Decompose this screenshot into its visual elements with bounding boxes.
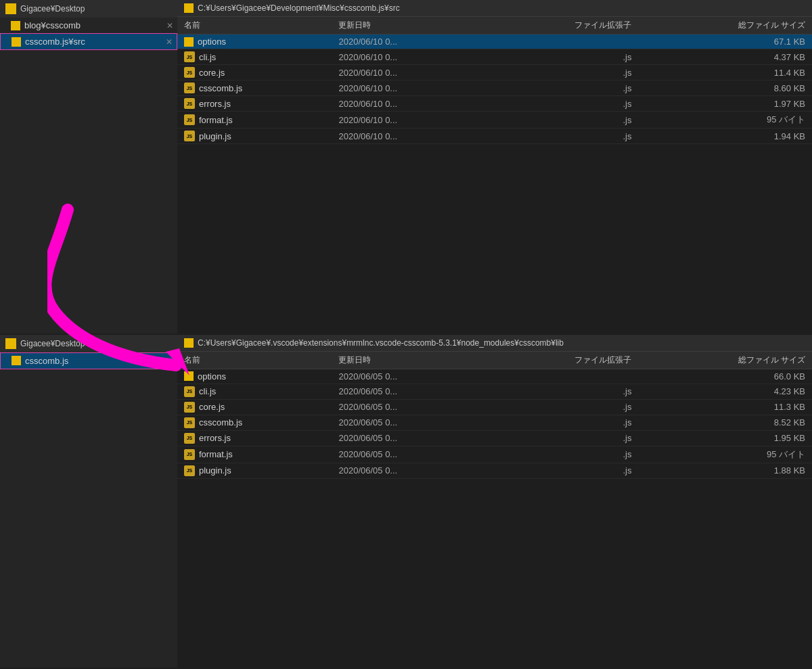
file-size: 8.52 KB bbox=[638, 415, 812, 430]
col-date: 更新日時 bbox=[332, 352, 487, 369]
file-date: 2020/06/05 0... bbox=[332, 384, 487, 399]
file-date: 2020/06/10 0... bbox=[332, 129, 487, 144]
sidebar-top-header: Gigacee¥Desktop bbox=[0, 0, 177, 18]
file-ext: .js bbox=[487, 112, 639, 129]
file-name: errors.js bbox=[199, 99, 231, 109]
bottom-pane-path: C:¥Users¥Gigacee¥.vscode¥extensions¥mrml… bbox=[198, 338, 564, 348]
file-date: 2020/06/10 0... bbox=[332, 80, 487, 96]
table-row[interactable]: core.js2020/06/05 0....js11.3 KB bbox=[177, 399, 812, 415]
file-name: cli.js bbox=[199, 52, 216, 62]
file-date: 2020/06/10 0... bbox=[332, 112, 487, 129]
file-date: 2020/06/10 0... bbox=[332, 65, 487, 80]
file-name: format.js bbox=[199, 115, 233, 125]
sidebar-item-label: blog¥csscomb bbox=[24, 20, 81, 30]
file-size: 8.60 KB bbox=[638, 80, 812, 96]
js-file-icon bbox=[184, 417, 195, 428]
folder-icon bbox=[184, 371, 194, 381]
js-file-icon bbox=[184, 98, 195, 109]
table-row[interactable]: errors.js2020/06/05 0....js1.95 KB bbox=[177, 430, 812, 446]
bottom-pane-header: C:¥Users¥Gigacee¥.vscode¥extensions¥mrml… bbox=[177, 335, 812, 352]
table-row[interactable]: plugin.js2020/06/10 0....js1.94 KB bbox=[177, 129, 812, 144]
js-file-icon bbox=[184, 83, 195, 93]
file-size: 11.3 KB bbox=[638, 399, 812, 415]
file-name: format.js bbox=[199, 449, 233, 459]
col-date: 更新日時 bbox=[332, 17, 487, 34]
col-name: 名前 bbox=[177, 352, 332, 369]
sidebar-item-blog-csscomb[interactable]: blog¥csscomb ✕ bbox=[0, 18, 177, 33]
file-size: 66.0 KB bbox=[638, 369, 812, 384]
top-pane: C:¥Users¥Gigacee¥Development¥Misc¥csscom… bbox=[177, 0, 812, 335]
file-size: 4.23 KB bbox=[638, 384, 812, 399]
top-table-header-row: 名前 更新日時 ファイル拡張子 総ファイル サイズ bbox=[177, 17, 812, 34]
file-ext: .js bbox=[487, 65, 639, 80]
table-row[interactable]: csscomb.js2020/06/10 0....js8.60 KB bbox=[177, 80, 812, 96]
file-ext: .js bbox=[487, 49, 639, 65]
col-size: 総ファイル サイズ bbox=[638, 17, 812, 34]
main-container: Gigacee¥Desktop blog¥csscomb ✕ csscomb.j… bbox=[0, 0, 812, 669]
sidebar-item-csscomb-lib[interactable]: csscomb.js ✕ bbox=[0, 352, 177, 369]
table-row[interactable]: format.js2020/06/05 0....js95 バイト bbox=[177, 446, 812, 463]
table-row[interactable]: cli.js2020/06/10 0....js4.37 KB bbox=[177, 49, 812, 65]
file-name: core.js bbox=[199, 68, 225, 78]
file-name: errors.js bbox=[199, 433, 231, 443]
sidebar-top-section: Gigacee¥Desktop blog¥csscomb ✕ csscomb.j… bbox=[0, 0, 177, 335]
bottom-table-header-row: 名前 更新日時 ファイル拡張子 総ファイル サイズ bbox=[177, 352, 812, 369]
sidebar-item-csscomb-src[interactable]: csscomb.js¥src ✕ bbox=[0, 33, 177, 50]
js-file-icon bbox=[184, 449, 195, 460]
top-pane-header: C:¥Users¥Gigacee¥Development¥Misc¥csscom… bbox=[177, 0, 812, 17]
file-date: 2020/06/05 0... bbox=[332, 415, 487, 430]
folder-icon bbox=[184, 3, 194, 13]
file-size: 95 バイト bbox=[638, 446, 812, 463]
table-row[interactable]: cli.js2020/06/05 0....js4.23 KB bbox=[177, 384, 812, 399]
folder-icon bbox=[12, 37, 21, 47]
close-button[interactable]: ✕ bbox=[166, 356, 173, 365]
file-name: csscomb.js bbox=[199, 83, 242, 93]
file-size: 95 バイト bbox=[638, 112, 812, 129]
js-file-icon bbox=[184, 131, 195, 141]
close-button[interactable]: ✕ bbox=[166, 37, 173, 47]
file-ext: .js bbox=[487, 415, 639, 430]
file-ext: .js bbox=[487, 430, 639, 446]
file-date: 2020/06/05 0... bbox=[332, 430, 487, 446]
sidebar: Gigacee¥Desktop blog¥csscomb ✕ csscomb.j… bbox=[0, 0, 177, 669]
file-ext: .js bbox=[487, 446, 639, 463]
desktop-folder-icon bbox=[5, 338, 16, 349]
file-name: core.js bbox=[199, 402, 225, 412]
file-name: csscomb.js bbox=[199, 417, 242, 428]
table-row[interactable]: plugin.js2020/06/05 0....js1.88 KB bbox=[177, 463, 812, 478]
col-size: 総ファイル サイズ bbox=[638, 352, 812, 369]
sidebar-bottom-section: Gigacee¥Desktop csscomb.js ✕ bbox=[0, 335, 177, 670]
file-ext: .js bbox=[487, 129, 639, 144]
file-date: 2020/06/05 0... bbox=[332, 463, 487, 478]
file-date: 2020/06/05 0... bbox=[332, 399, 487, 415]
table-row[interactable]: options2020/06/10 0...67.1 KB bbox=[177, 34, 812, 49]
file-size: 1.94 KB bbox=[638, 129, 812, 144]
table-row[interactable]: options2020/06/05 0...66.0 KB bbox=[177, 369, 812, 384]
file-ext: .js bbox=[487, 399, 639, 415]
content-area: C:¥Users¥Gigacee¥Development¥Misc¥csscom… bbox=[177, 0, 812, 669]
bottom-file-table: 名前 更新日時 ファイル拡張子 総ファイル サイズ options2020/06… bbox=[177, 352, 812, 479]
top-pane-path: C:¥Users¥Gigacee¥Development¥Misc¥csscom… bbox=[198, 3, 400, 13]
file-size: 67.1 KB bbox=[638, 34, 812, 49]
folder-icon bbox=[12, 356, 21, 365]
file-ext: .js bbox=[487, 384, 639, 399]
top-file-table: 名前 更新日時 ファイル拡張子 総ファイル サイズ options2020/06… bbox=[177, 17, 812, 144]
file-size: 4.37 KB bbox=[638, 49, 812, 65]
table-row[interactable]: errors.js2020/06/10 0....js1.97 KB bbox=[177, 96, 812, 112]
file-size: 1.95 KB bbox=[638, 430, 812, 446]
table-row[interactable]: csscomb.js2020/06/05 0....js8.52 KB bbox=[177, 415, 812, 430]
js-file-icon bbox=[184, 433, 195, 444]
sidebar-item-label: csscomb.js bbox=[25, 356, 68, 366]
close-button[interactable]: ✕ bbox=[166, 21, 173, 30]
file-date: 2020/06/10 0... bbox=[332, 49, 487, 65]
folder-icon bbox=[184, 37, 194, 47]
sidebar-top-header-label: Gigacee¥Desktop bbox=[20, 4, 85, 14]
js-file-icon bbox=[184, 67, 195, 78]
file-ext: .js bbox=[487, 96, 639, 112]
table-row[interactable]: core.js2020/06/10 0....js11.4 KB bbox=[177, 65, 812, 80]
file-ext bbox=[487, 34, 639, 49]
table-row[interactable]: format.js2020/06/10 0....js95 バイト bbox=[177, 112, 812, 129]
file-name: plugin.js bbox=[199, 465, 231, 476]
file-ext bbox=[487, 369, 639, 384]
file-name: plugin.js bbox=[199, 131, 231, 141]
